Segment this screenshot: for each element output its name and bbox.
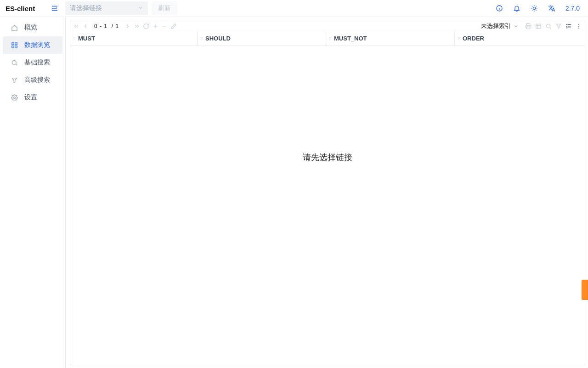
- svg-point-48: [458, 39, 458, 40]
- svg-point-24: [578, 26, 579, 27]
- sidebar-item-settings[interactable]: 设置: [3, 89, 62, 106]
- plus-icon[interactable]: [152, 23, 158, 29]
- next-page-icon[interactable]: [124, 23, 131, 29]
- svg-point-3: [533, 7, 535, 9]
- refresh-button[interactable]: 刷新: [152, 1, 177, 15]
- column-label: MUST: [78, 35, 95, 42]
- svg-line-19: [550, 27, 551, 29]
- svg-point-25: [578, 28, 579, 29]
- sidebar-item-label: 设置: [24, 93, 37, 102]
- svg-point-8: [12, 60, 17, 64]
- last-page-icon[interactable]: [134, 23, 140, 29]
- empty-message: 请先选择链接: [303, 152, 352, 163]
- connection-select-placeholder: 请选择链接: [70, 4, 102, 12]
- sidebar-item-data-browse[interactable]: 数据浏览: [3, 36, 62, 54]
- prev-page-icon[interactable]: [82, 23, 89, 29]
- svg-point-45: [459, 37, 460, 37]
- svg-point-37: [202, 39, 203, 40]
- grip-icon: [457, 36, 461, 41]
- svg-point-38: [329, 37, 330, 37]
- svg-rect-5: [15, 42, 17, 44]
- edit-icon[interactable]: [170, 23, 177, 29]
- svg-point-32: [201, 37, 201, 37]
- column-label: SHOULD: [205, 35, 231, 42]
- home-icon: [11, 24, 18, 31]
- toolbar-right: 未选择索引: [481, 22, 582, 30]
- svg-rect-4: [12, 42, 14, 44]
- side-drawer-handle[interactable]: [582, 280, 588, 300]
- search-icon: [11, 59, 18, 66]
- column-label: ORDER: [463, 35, 484, 42]
- svg-point-39: [331, 37, 331, 37]
- svg-rect-7: [15, 46, 17, 47]
- svg-point-27: [75, 37, 75, 37]
- table-icon[interactable]: [535, 23, 542, 29]
- chevron-down-icon: [138, 5, 143, 12]
- filter-small-icon[interactable]: [555, 23, 562, 29]
- reload-icon[interactable]: [143, 23, 149, 29]
- chevron-down-icon: [513, 23, 519, 29]
- svg-line-9: [16, 64, 17, 65]
- svg-point-49: [459, 39, 460, 40]
- svg-point-33: [202, 37, 203, 37]
- column-header-order[interactable]: ORDER: [455, 31, 585, 46]
- svg-point-41: [331, 38, 331, 39]
- svg-point-43: [331, 39, 331, 40]
- index-selector[interactable]: 未选择索引: [481, 22, 519, 30]
- page-info: 0 - 1 / 1: [94, 23, 119, 29]
- empty-state: 请先选择链接: [70, 46, 585, 365]
- svg-rect-15: [536, 24, 541, 28]
- grid-icon: [11, 42, 18, 49]
- translate-icon[interactable]: [548, 5, 555, 12]
- svg-point-40: [329, 38, 330, 39]
- svg-point-10: [14, 97, 16, 98]
- column-header-must[interactable]: MUST: [70, 31, 198, 46]
- data-panel: 0 - 1 / 1: [70, 21, 585, 365]
- svg-point-36: [201, 39, 201, 40]
- sidebar: 概览 数据浏览 基础搜索 高级搜索 设置: [0, 17, 66, 368]
- connection-select[interactable]: 请选择链接: [65, 1, 148, 15]
- sidebar-item-label: 数据浏览: [24, 41, 50, 49]
- svg-point-47: [459, 38, 460, 39]
- app-logo: ES-client: [6, 5, 35, 12]
- svg-point-26: [74, 37, 74, 37]
- sidebar-item-basic-search[interactable]: 基础搜索: [3, 54, 62, 71]
- svg-point-35: [202, 38, 203, 39]
- version-label[interactable]: 2.7.0: [565, 5, 580, 12]
- data-toolbar: 0 - 1 / 1: [70, 21, 585, 31]
- svg-point-46: [458, 38, 458, 39]
- svg-point-34: [201, 38, 201, 39]
- grip-icon: [72, 36, 77, 41]
- svg-rect-14: [527, 27, 530, 29]
- svg-point-31: [75, 39, 75, 40]
- header-right: 2.7.0: [496, 5, 582, 12]
- column-headers: MUST SHOULD MUST_NOT ORDER: [70, 31, 585, 46]
- filter-icon: [11, 77, 18, 84]
- column-header-should[interactable]: SHOULD: [198, 31, 326, 46]
- sidebar-item-label: 概览: [24, 23, 37, 32]
- index-selector-label: 未选择索引: [481, 22, 511, 30]
- sidebar-item-overview[interactable]: 概览: [3, 19, 62, 36]
- print-icon[interactable]: [525, 23, 531, 29]
- svg-point-18: [546, 24, 550, 28]
- minus-icon[interactable]: [161, 23, 168, 29]
- svg-point-44: [458, 37, 458, 37]
- theme-icon[interactable]: [531, 5, 538, 12]
- column-header-mustnot[interactable]: MUST_NOT: [326, 31, 455, 46]
- svg-point-28: [74, 38, 74, 39]
- sidebar-collapse-button[interactable]: [51, 4, 59, 12]
- grip-icon: [199, 36, 204, 41]
- svg-rect-6: [12, 46, 14, 47]
- sidebar-item-label: 高级搜索: [24, 76, 50, 84]
- first-page-icon[interactable]: [73, 23, 79, 29]
- list-check-icon[interactable]: [565, 23, 572, 29]
- grip-icon: [328, 36, 333, 41]
- more-vertical-icon[interactable]: [576, 23, 582, 29]
- column-label: MUST_NOT: [334, 35, 367, 42]
- bell-icon[interactable]: [513, 5, 520, 12]
- search-small-icon[interactable]: [545, 23, 552, 29]
- gear-icon: [11, 94, 18, 101]
- svg-point-29: [75, 38, 75, 39]
- info-icon[interactable]: [496, 5, 503, 12]
- sidebar-item-advanced-search[interactable]: 高级搜索: [3, 71, 62, 89]
